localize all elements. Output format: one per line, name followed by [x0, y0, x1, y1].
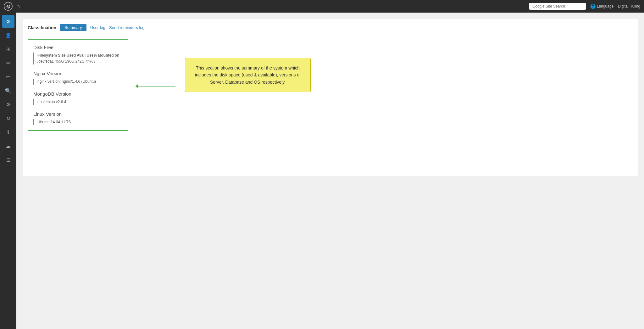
home-button[interactable]: ⌂ [16, 3, 20, 10]
sidebar-item-settings[interactable]: ⚙ [2, 15, 14, 28]
sidebar-item-monitor[interactable]: ▭ [2, 70, 14, 83]
disk-free-title: Disk Free [33, 45, 123, 50]
disk-free-line1: Filesystem Size Used Avail Use% Mounted … [37, 53, 123, 59]
sidebar-item-grid[interactable]: ⊞ [2, 43, 14, 55]
sidebar-item-cog[interactable]: ⚙ [2, 98, 14, 111]
linux-content: Ubuntu 14.04.1 LTS [33, 119, 123, 125]
summary-box: Disk Free Filesystem Size Used Avail Use… [28, 39, 128, 131]
search-input[interactable] [529, 3, 586, 10]
badge-icon: ⊡ [6, 157, 10, 163]
mongodb-content: db version v2.6.4 [33, 99, 123, 105]
sidebar-item-search[interactable]: 🔍 [2, 84, 14, 97]
topbar-right: 🌐 Language Digital Ruling [529, 3, 640, 10]
tab-classification[interactable]: Classification [28, 25, 56, 30]
monitor-icon: ▭ [6, 74, 11, 80]
disk-free-line2: /dev/sda1 455G 190G 242G 44% / [37, 59, 123, 64]
tooltip-text: This section shows the summary of the sy… [195, 65, 301, 85]
language-button[interactable]: 🌐 Language [590, 4, 613, 9]
language-label: Language [597, 4, 613, 8]
tab-reminders[interactable]: Send reminders log [109, 25, 145, 30]
linux-title: Linux Version [33, 111, 123, 117]
nginx-content: nginx version: nginx/1.4.6 (Ubuntu) [33, 79, 123, 85]
content-area: Disk Free Filesystem Size Used Avail Use… [28, 39, 633, 131]
app-logo[interactable]: ◎ [4, 2, 13, 11]
sidebar-item-cloud[interactable]: ☁ [2, 140, 14, 152]
arrow-line [138, 86, 175, 86]
nginx-section: Nginx Version nginx version: nginx/1.4.6… [33, 71, 123, 85]
sidebar-item-org[interactable]: 👤 [2, 29, 14, 42]
mongodb-title: MongoDB Version [33, 91, 123, 97]
info-icon: ℹ [7, 129, 9, 135]
search-icon: 🔍 [5, 88, 11, 94]
main-content: Classification Summary User log Send rem… [16, 13, 644, 329]
tooltip-box: This section shows the summary of the sy… [185, 58, 311, 92]
arrow-connector [138, 58, 175, 114]
edit-icon: ✏ [6, 60, 10, 66]
mongodb-section: MongoDB Version db version v2.6.4 [33, 91, 123, 105]
cloud-icon: ☁ [6, 143, 11, 149]
org-icon: 👤 [5, 32, 11, 38]
digital-ruling-label: Digital Ruling [618, 4, 640, 8]
nginx-title: Nginx Version [33, 71, 123, 76]
settings-icon: ⚙ [6, 19, 10, 25]
tab-userlog[interactable]: User log [90, 25, 105, 30]
linux-section: Linux Version Ubuntu 14.04.1 LTS [33, 111, 123, 125]
sidebar: ⚙ 👤 ⊞ ✏ ▭ 🔍 ⚙ ↻ ℹ ☁ ⊡ [0, 13, 16, 329]
topbar: ◎ ⌂ 🌐 Language Digital Ruling [0, 0, 644, 13]
globe-icon: 🌐 [590, 4, 596, 9]
grid-icon: ⊞ [6, 46, 10, 52]
home-icon: ⌂ [16, 3, 20, 9]
tabs-bar: Classification Summary User log Send rem… [28, 24, 633, 34]
sidebar-item-refresh[interactable]: ↻ [2, 112, 14, 125]
sidebar-item-edit[interactable]: ✏ [2, 57, 14, 69]
digital-ruling-button[interactable]: Digital Ruling [618, 4, 640, 8]
disk-free-content: Filesystem Size Used Avail Use% Mounted … [33, 53, 123, 64]
sidebar-item-info[interactable]: ℹ [2, 126, 14, 138]
sidebar-item-badge[interactable]: ⊡ [2, 153, 14, 166]
content-panel: Classification Summary User log Send rem… [23, 19, 638, 176]
tab-summary[interactable]: Summary [60, 24, 86, 31]
logo-icon: ◎ [6, 4, 10, 9]
cog-icon: ⚙ [6, 102, 10, 108]
refresh-icon: ↻ [6, 115, 10, 121]
topbar-left: ◎ ⌂ [4, 2, 20, 11]
disk-free-section: Disk Free Filesystem Size Used Avail Use… [33, 45, 123, 64]
